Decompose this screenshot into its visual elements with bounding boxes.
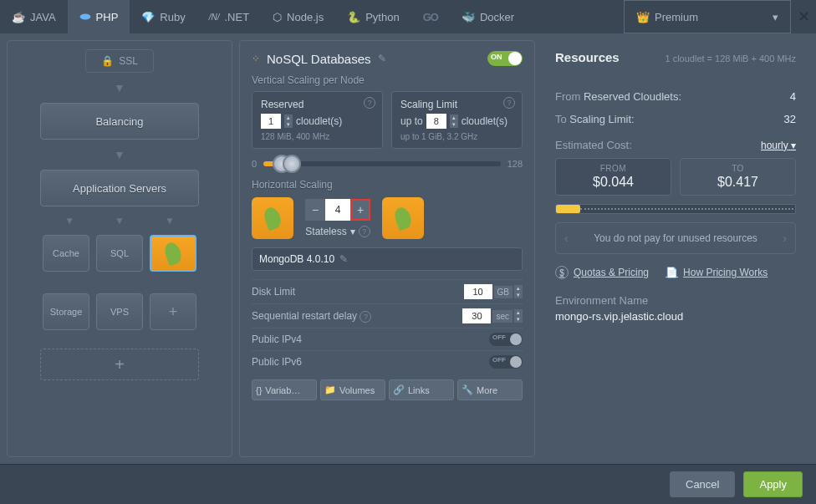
limit-input[interactable]	[426, 114, 446, 129]
cache-label: Cache	[53, 248, 79, 258]
scaling-limit-label: Scaling Limit:	[569, 113, 634, 125]
pricing-link[interactable]: 📄 How Pricing Works	[666, 266, 768, 279]
ipv4-toggle[interactable]: OFF	[489, 333, 523, 346]
tab-docker[interactable]: 🐳 Docker	[450, 0, 526, 33]
carousel-next[interactable]: ›	[783, 232, 787, 245]
app-servers-button[interactable]: Application Servers	[40, 170, 199, 206]
horizontal-scaling-label: Horizontal Scaling	[252, 179, 523, 191]
volumes-button[interactable]: 📁Volumes	[320, 379, 385, 400]
tab-java[interactable]: ☕ JAVA	[0, 0, 68, 33]
add-node-button[interactable]: +	[150, 293, 196, 330]
ipv6-toggle[interactable]: OFF	[489, 355, 523, 369]
node-icon-right	[382, 197, 424, 239]
quotas-link[interactable]: $ Quotas & Pricing	[555, 266, 649, 279]
disk-limit-input[interactable]	[464, 284, 492, 299]
links-button[interactable]: 🔗Links	[389, 379, 454, 400]
cost-from-label: FROM	[561, 164, 666, 173]
slider-min: 0	[252, 159, 257, 169]
reserved-box: ? Reserved ▴▾ cloudlet(s) 128 MiB, 400 M…	[252, 91, 383, 149]
footer: Cancel Apply	[0, 464, 816, 504]
spinner-down[interactable]: ▾	[284, 121, 293, 128]
premium-label: Premium	[655, 11, 698, 23]
enable-toggle[interactable]: ON	[487, 51, 523, 66]
cost-from-box: FROM $0.044	[555, 158, 671, 196]
cost-period-dropdown[interactable]: hourly ▾	[761, 140, 796, 151]
ssl-button[interactable]: 🔒 SSL	[85, 49, 154, 73]
spinner-up[interactable]: ▴	[450, 115, 458, 121]
cloudlet-slider[interactable]	[263, 161, 501, 166]
vps-button[interactable]: VPS	[96, 293, 143, 330]
arrows-row: ▼▼▼	[64, 215, 175, 227]
ipv6-label: Public IPv6	[252, 356, 489, 368]
spinner-down[interactable]: ▾	[450, 121, 458, 128]
reserved-input[interactable]	[261, 114, 281, 129]
scaling-mode-dropdown[interactable]: Stateless ▾ ?	[305, 226, 370, 237]
slider-thumb-limit[interactable]	[283, 155, 301, 173]
cost-period-label: hourly	[761, 140, 788, 151]
folder-icon: 📁	[324, 384, 336, 395]
spinner-down[interactable]: ▾	[514, 316, 523, 323]
tab-python[interactable]: 🐍 Python	[335, 0, 411, 33]
tab-dotnet[interactable]: /N/ .NET	[197, 0, 261, 33]
cache-button[interactable]: Cache	[43, 235, 89, 272]
carousel-text: You do not pay for unused resources	[575, 232, 777, 244]
link-icon: 🔗	[393, 384, 405, 395]
tab-nodejs[interactable]: ⬡ Node.js	[261, 0, 335, 33]
storage-label: Storage	[50, 307, 83, 317]
help-icon[interactable]: ?	[364, 97, 375, 109]
tab-go-label: GO	[423, 11, 438, 23]
tab-java-label: JAVA	[30, 11, 56, 23]
resources-panel: Resources 1 cloudlet = 128 MiB + 400 MHz…	[542, 40, 809, 457]
sql-label: SQL	[110, 248, 129, 258]
help-icon[interactable]: ?	[503, 97, 515, 109]
from-label: From	[555, 90, 580, 103]
php-icon	[79, 11, 91, 23]
sql-button[interactable]: SQL	[96, 235, 143, 272]
more-button[interactable]: 🔧More	[457, 379, 523, 400]
language-tabs: ☕ JAVA PHP 💎 Ruby /N/ .NET ⬡ Node.js 🐍 P…	[0, 0, 816, 33]
scaling-limit-value: 32	[784, 113, 796, 125]
storage-button[interactable]: Storage	[43, 293, 89, 330]
close-button[interactable]: ✕	[791, 0, 816, 33]
carousel-prev[interactable]: ‹	[564, 232, 569, 245]
tab-python-label: Python	[365, 11, 399, 23]
tab-ruby[interactable]: 💎 Ruby	[130, 0, 196, 33]
links-label: Links	[408, 385, 430, 395]
to-label: To	[555, 113, 567, 125]
tab-php[interactable]: PHP	[68, 0, 130, 33]
balancing-button[interactable]: Balancing	[40, 103, 199, 140]
nosql-button[interactable]	[150, 235, 196, 272]
limit-unit: cloudlet(s)	[462, 115, 507, 127]
spinner-up[interactable]: ▴	[284, 115, 293, 121]
nosql-icon: ⁘	[252, 53, 260, 64]
premium-dropdown[interactable]: 👑 Premium ▾	[624, 0, 791, 33]
spinner-down[interactable]: ▾	[514, 292, 523, 298]
increase-nodes-button[interactable]: +	[350, 199, 370, 221]
more-label: More	[477, 385, 497, 395]
edit-icon[interactable]: ✎	[378, 53, 386, 64]
reserved-cloudlets-label: Reserved Cloudlets:	[584, 90, 681, 103]
apply-button[interactable]: Apply	[743, 471, 803, 497]
ipv6-state: OFF	[492, 356, 506, 364]
db-version-row[interactable]: MongoDB 4.0.10 ✎	[252, 247, 523, 271]
cancel-button[interactable]: Cancel	[670, 471, 735, 497]
cost-to-label: TO	[686, 164, 790, 173]
help-icon[interactable]: ?	[359, 226, 370, 237]
limit-info: 1 GiB, 3.2 GHz	[421, 132, 477, 141]
help-icon[interactable]: ?	[360, 311, 371, 323]
document-icon: 📄	[666, 267, 678, 278]
spinner-up[interactable]: ▴	[514, 309, 523, 316]
tab-dotnet-label: .NET	[224, 11, 249, 23]
add-layer-button[interactable]: +	[40, 349, 199, 380]
restart-delay-input[interactable]	[462, 308, 491, 323]
limit-prefix: up to	[400, 115, 423, 127]
spinner-up[interactable]: ▴	[514, 285, 523, 292]
tab-go[interactable]: GO	[411, 0, 450, 33]
resources-title: Resources	[555, 50, 620, 64]
mongodb-icon	[162, 241, 184, 267]
reserved-info: 128 MiB, 400 MHz	[261, 132, 374, 141]
edit-icon[interactable]: ✎	[339, 253, 348, 265]
tab-ruby-label: Ruby	[160, 11, 185, 23]
variables-button[interactable]: {}Variab…	[252, 379, 317, 400]
decrease-nodes-button[interactable]: −	[305, 199, 325, 221]
